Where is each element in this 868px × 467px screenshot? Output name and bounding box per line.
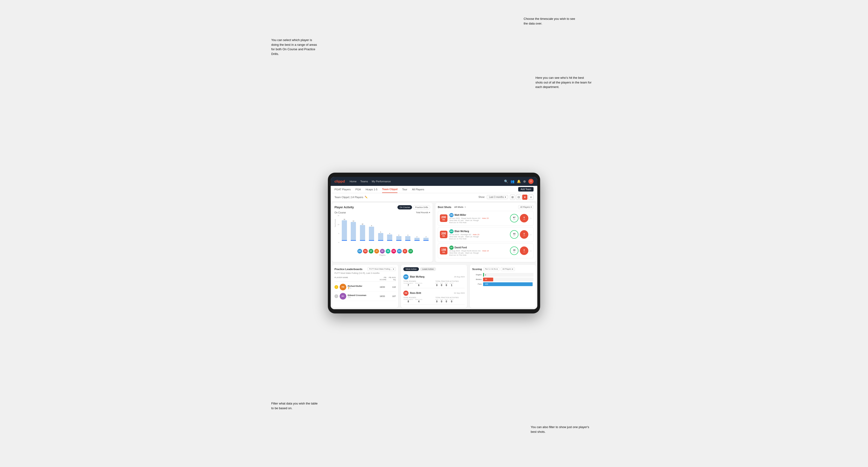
shot-details-3: Shot Dist: 16 yds · Start Lie: Rough bbox=[450, 252, 508, 254]
avatar-rbritt[interactable]: RB bbox=[363, 249, 368, 253]
stat-dist-3: 16 yds bbox=[510, 247, 519, 255]
scoring-header: Scoring Par 3, 4 & 5s ▾ All Players ▾ bbox=[472, 267, 533, 271]
avatar-gbillingham[interactable]: GB bbox=[385, 249, 390, 253]
scoring-birdies-row: Birdies 96 bbox=[472, 278, 533, 281]
col-player-name: PLAYER NAME bbox=[335, 276, 377, 281]
nav-home[interactable]: Home bbox=[349, 180, 356, 183]
nav-my-performance[interactable]: My Performance bbox=[372, 180, 391, 183]
active-tabs: Most Active Least Active bbox=[403, 267, 465, 271]
eagles-bar-container: 3 bbox=[483, 273, 533, 277]
avatar-jcoles[interactable]: JC bbox=[374, 249, 379, 253]
bars-container: 13 12 bbox=[340, 215, 430, 248]
tab-tour[interactable]: Tour bbox=[402, 186, 407, 193]
stat-end-3: 0 yds bbox=[520, 247, 528, 255]
chart-header: On Course Total Rounds ▾ bbox=[335, 211, 430, 214]
active-player-date-2: 02 Sep 2023 bbox=[454, 292, 465, 294]
chevron-down-icon: ▾ bbox=[429, 211, 430, 214]
lb-rank-2: 2 bbox=[335, 294, 338, 298]
player-avatar-1: MM bbox=[450, 213, 454, 217]
chevron-right-icon: › bbox=[530, 249, 531, 253]
scoring-pars-row: Pars 499 bbox=[472, 282, 533, 286]
annotation-left-top: You can select which player is doing the… bbox=[271, 38, 318, 56]
all-shots-tab[interactable]: All Shots bbox=[453, 206, 464, 209]
tab-team-clippd[interactable]: Team Clippd bbox=[382, 186, 398, 193]
tab-pga[interactable]: PGA bbox=[355, 186, 361, 193]
eagles-label: Eagles bbox=[472, 274, 482, 276]
shot-player-info-3: DF David Ford 24 Aug 2023 · Royal North … bbox=[450, 246, 508, 256]
add-team-button[interactable]: Add Team bbox=[518, 187, 533, 191]
shot-date-course-1: 09 Jun 2023 · Royal North Devon GC Hole … bbox=[450, 217, 508, 219]
shot-card-2[interactable]: 200 SG BM Blair McHarg 23 Jul 2023 · bbox=[438, 227, 533, 242]
team-title: Team Clippd | 14 Players ✏️ bbox=[335, 196, 368, 198]
tablet-frame: clippd Home Teams My Performance 🔍 👥 🔔 ⊕… bbox=[328, 173, 540, 313]
view-heart-button[interactable]: ♥ bbox=[522, 195, 527, 200]
view-settings-button[interactable]: ≡ bbox=[528, 195, 533, 200]
search-icon[interactable]: 🔍 bbox=[504, 180, 508, 183]
show-dropdown[interactable]: Last 3 months ▾ bbox=[487, 195, 508, 199]
bar-gbillingham: 4 bbox=[385, 233, 394, 241]
rounds-cols-2: Tournament 8 Practice 4 bbox=[403, 299, 433, 303]
active-avatar-1: BM bbox=[403, 274, 408, 280]
annotation-bottom-right2: You can also filter to show just one pla… bbox=[531, 425, 592, 434]
sub-nav: PGAT Players PGA Hcaps 1-5 Team Clippd T… bbox=[331, 186, 537, 193]
tab-hcaps[interactable]: Hcaps 1-5 bbox=[366, 186, 377, 193]
lb-name-1: Richard Butler 🏆 1 bbox=[348, 285, 374, 289]
nav-teams[interactable]: Teams bbox=[361, 180, 368, 183]
avatar-lrobertson[interactable]: LR bbox=[408, 249, 413, 253]
avatar-mmiller[interactable]: MM bbox=[397, 249, 402, 253]
scoring-par-dropdown[interactable]: Par 3, 4 & 5s ▾ bbox=[483, 267, 499, 271]
annotation-top-right: Choose the timescale you wish to see the… bbox=[524, 17, 578, 26]
most-active-tab[interactable]: Most Active bbox=[403, 267, 419, 271]
tab-pgat-players[interactable]: PGAT Players bbox=[335, 186, 351, 193]
lb-row-2[interactable]: 2 EC Edward Crossman ⬡ 2 18/20 107 bbox=[335, 292, 396, 301]
users-icon[interactable]: 👥 bbox=[510, 180, 515, 183]
user-avatar[interactable]: U bbox=[528, 179, 533, 184]
chevron-right-icon: › bbox=[530, 216, 531, 220]
leaderboard-dropdown[interactable]: PUTT Must Make Putting ... ▾ bbox=[368, 267, 396, 271]
shot-card-1[interactable]: 200 SG MM Matt Miller 09 Jun 2023 · bbox=[438, 211, 533, 226]
total-rounds-group-1: Total Rounds Tournament 7 Practice bbox=[403, 280, 433, 286]
avatar-bmcharg[interactable]: BM bbox=[357, 249, 362, 253]
y-label-10: 10 bbox=[338, 224, 339, 225]
shot-details-2: Shot Dist: 43 yds · Start Lie: Rough bbox=[450, 236, 508, 238]
toggle-buttons: On Course Practice Drills bbox=[398, 205, 430, 210]
active-stats-1: Total Rounds Tournament 7 Practice bbox=[403, 280, 465, 286]
bar-bmcharg: 13 bbox=[340, 219, 349, 241]
leaderboard-title: Practice Leaderboards bbox=[335, 268, 363, 271]
chevron-down-icon: ▾ bbox=[497, 268, 498, 270]
all-players-dropdown[interactable]: All Players ▾ bbox=[518, 205, 533, 209]
tab-all-players[interactable]: All Players bbox=[412, 186, 424, 193]
add-circle-icon[interactable]: ⊕ bbox=[523, 180, 526, 183]
on-course-toggle[interactable]: On Course bbox=[398, 205, 412, 210]
avatar-dford[interactable]: DF bbox=[369, 249, 373, 253]
y-label-15: 15 bbox=[338, 215, 339, 216]
shot-card-3[interactable]: 198 SG DF David Ford 24 Aug 2023 · bbox=[438, 243, 533, 258]
player-activity-header: Player Activity On Course Practice Drill… bbox=[335, 205, 430, 210]
birdies-bar: 96 bbox=[483, 278, 493, 281]
scoring-chart: Eagles 3 Birdies bbox=[472, 273, 533, 286]
view-grid2-button[interactable]: ⊞ bbox=[510, 195, 515, 200]
edit-icon[interactable]: ✏️ bbox=[365, 196, 368, 198]
lb-score-2: 18/20 bbox=[375, 295, 385, 298]
bar-rbritt: 12 bbox=[349, 220, 358, 241]
avatar-rbutler[interactable]: RB bbox=[391, 249, 396, 253]
scoring-players-dropdown[interactable]: All Players ▾ bbox=[501, 267, 515, 271]
player-avatar-3: DF bbox=[450, 246, 454, 250]
view-grid4-button[interactable]: ⊟ bbox=[516, 195, 521, 200]
chart-dropdown[interactable]: Total Rounds ▾ bbox=[416, 211, 430, 214]
chevron-down-icon: ▾ bbox=[531, 206, 532, 208]
stat-dist-1: 67 yds bbox=[510, 214, 519, 222]
avatar-eebert[interactable]: EE bbox=[380, 249, 385, 253]
pars-value: 499 bbox=[484, 283, 488, 285]
lb-row-1[interactable]: 1 RB Richard Butler 🏆 1 19/20 110 bbox=[335, 283, 396, 292]
bell-icon[interactable]: 🔔 bbox=[517, 180, 521, 183]
player-activity-title: Player Activity bbox=[335, 206, 354, 209]
least-active-tab[interactable]: Least Active bbox=[420, 267, 436, 271]
birdies-label: Birdies bbox=[472, 278, 482, 280]
scoring-panel: Scoring Par 3, 4 & 5s ▾ All Players ▾ bbox=[470, 265, 536, 308]
tournament-col-1: Tournament 7 bbox=[403, 283, 413, 286]
player-avatars: BM RB DF JC EE GB RB MM EC LR bbox=[340, 249, 430, 253]
practice-drills-toggle[interactable]: Practice Drills bbox=[413, 205, 430, 210]
chevron-down-icon: ▾ bbox=[393, 268, 394, 270]
avatar-ecrossman[interactable]: EC bbox=[403, 249, 407, 253]
